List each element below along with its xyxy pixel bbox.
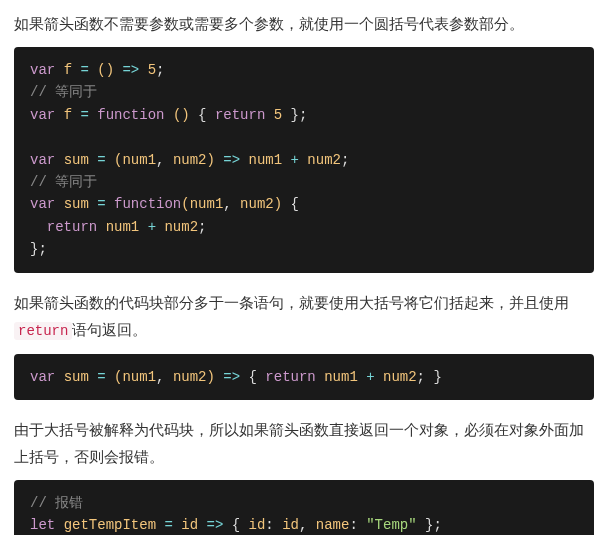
id-num1: num1 bbox=[106, 219, 140, 235]
val-id: id bbox=[282, 517, 299, 533]
num-5: 5 bbox=[274, 107, 282, 123]
kw-var: var bbox=[30, 196, 55, 212]
paren: () bbox=[173, 107, 190, 123]
comment: // 等同于 bbox=[30, 84, 97, 100]
inline-code-return: return bbox=[14, 322, 72, 340]
id-num1: num1 bbox=[190, 196, 224, 212]
paren: ) bbox=[207, 152, 215, 168]
op-arrow: => bbox=[223, 152, 240, 168]
para2-text-b: 语句返回。 bbox=[72, 321, 147, 338]
paragraph-1: 如果箭头函数不需要参数或需要多个参数，就使用一个圆括号代表参数部分。 bbox=[14, 10, 594, 37]
id-num2: num2 bbox=[240, 196, 274, 212]
num-5: 5 bbox=[148, 62, 156, 78]
para2-text-a: 如果箭头函数的代码块部分多于一条语句，就要使用大括号将它们括起来，并且使用 bbox=[14, 294, 569, 311]
kw-function: function bbox=[114, 196, 181, 212]
paren: ) bbox=[274, 196, 282, 212]
op-eq: = bbox=[80, 62, 88, 78]
id-num2: num2 bbox=[173, 152, 207, 168]
kw-var: var bbox=[30, 62, 55, 78]
id-num1: num1 bbox=[324, 369, 358, 385]
kw-return: return bbox=[47, 219, 97, 235]
code-block-2: var sum = (num1, num2) => { return num1 … bbox=[14, 354, 594, 400]
id-sum: sum bbox=[64, 152, 89, 168]
op-eq: = bbox=[80, 107, 88, 123]
code-block-3: // 报错 let getTempItem = id => { id: id, … bbox=[14, 480, 594, 535]
op-plus: + bbox=[148, 219, 156, 235]
id-f: f bbox=[64, 107, 72, 123]
op-arrow: => bbox=[122, 62, 139, 78]
op-arrow: => bbox=[223, 369, 240, 385]
kw-return: return bbox=[215, 107, 265, 123]
paren: () bbox=[97, 62, 114, 78]
kw-var: var bbox=[30, 107, 55, 123]
str-temp: "Temp" bbox=[366, 517, 416, 533]
id-num2: num2 bbox=[173, 369, 207, 385]
id-num2: num2 bbox=[383, 369, 417, 385]
paren: ( bbox=[181, 196, 189, 212]
id-sum: sum bbox=[64, 196, 89, 212]
op-plus: + bbox=[291, 152, 299, 168]
id-num1: num1 bbox=[122, 369, 156, 385]
kw-function: function bbox=[97, 107, 164, 123]
id-sum: sum bbox=[64, 369, 89, 385]
op-arrow: => bbox=[206, 517, 223, 533]
kw-let: let bbox=[30, 517, 55, 533]
paragraph-2: 如果箭头函数的代码块部分多于一条语句，就要使用大括号将它们括起来，并且使用ret… bbox=[14, 289, 594, 344]
kw-var: var bbox=[30, 369, 55, 385]
op-eq: = bbox=[97, 196, 105, 212]
comment: // 报错 bbox=[30, 495, 83, 511]
id-num2: num2 bbox=[164, 219, 198, 235]
op-plus: + bbox=[366, 369, 374, 385]
op-eq: = bbox=[97, 369, 105, 385]
id-getTempItem: getTempItem bbox=[64, 517, 156, 533]
key-name: name bbox=[316, 517, 350, 533]
kw-var: var bbox=[30, 152, 55, 168]
kw-return: return bbox=[265, 369, 315, 385]
id-num2: num2 bbox=[307, 152, 341, 168]
comment: // 等同于 bbox=[30, 174, 97, 190]
id-f: f bbox=[64, 62, 72, 78]
paragraph-3: 由于大括号被解释为代码块，所以如果箭头函数直接返回一个对象，必须在对象外面加上括… bbox=[14, 416, 594, 470]
key-id: id bbox=[249, 517, 266, 533]
op-eq: = bbox=[164, 517, 172, 533]
id-num1: num1 bbox=[122, 152, 156, 168]
id-id: id bbox=[181, 517, 198, 533]
id-num1: num1 bbox=[249, 152, 283, 168]
op-eq: = bbox=[97, 152, 105, 168]
code-block-1: var f = () => 5; // 等同于 var f = function… bbox=[14, 47, 594, 273]
paren: ) bbox=[207, 369, 215, 385]
